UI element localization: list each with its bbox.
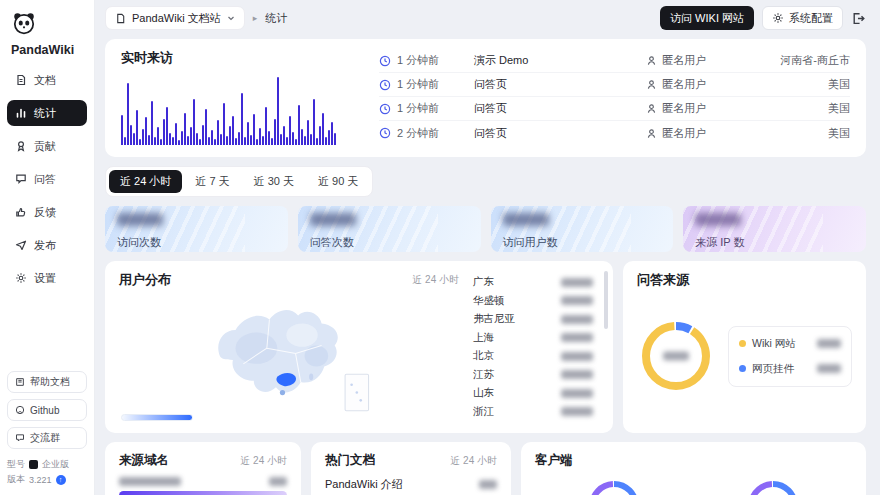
- chart-bar: [172, 137, 174, 145]
- github-link[interactable]: Github: [7, 399, 87, 421]
- map-header: 用户分布 近 24 小时: [119, 271, 459, 289]
- sidebar-item-publish[interactable]: 发布: [7, 232, 87, 258]
- chart-bar: [145, 117, 147, 145]
- system-config-button[interactable]: 系统配置: [762, 6, 843, 30]
- source-domains-header: 来源域名 近 24 小时: [119, 452, 287, 469]
- qa-legend: Wiki 网站 网页挂件: [728, 326, 852, 387]
- site-selector-label: PandaWiki 文档站: [132, 11, 221, 26]
- chart-bar: [319, 126, 321, 145]
- chart-bar: [262, 136, 264, 145]
- clock-icon: [379, 79, 391, 91]
- version-label: 版本: [7, 473, 25, 486]
- logout-icon[interactable]: [851, 11, 866, 26]
- sidebar-item-feedback[interactable]: 反馈: [7, 199, 87, 225]
- realtime-entry-row: 1 分钟前 问答页 匿名用户 美国: [379, 73, 850, 97]
- stat-label: 来源 IP 数: [695, 235, 854, 250]
- chart-bar: [154, 137, 156, 145]
- chart-bar: [292, 132, 294, 145]
- source-domains-title: 来源域名: [119, 452, 169, 469]
- hot-doc-row: PandaWiki 介绍: [325, 477, 497, 492]
- stat-card-qa: 问答次数: [298, 206, 481, 252]
- sidebar-item-qa[interactable]: 问答: [7, 166, 87, 192]
- document-icon: [15, 74, 27, 86]
- entry-page: 问答页: [474, 126, 646, 141]
- chart-bar: [214, 139, 216, 145]
- site-selector[interactable]: PandaWiki 文档站: [105, 6, 245, 30]
- chart-bar: [202, 125, 204, 145]
- time-range-tab[interactable]: 近 90 天: [307, 170, 369, 193]
- stats-icon: [15, 107, 27, 119]
- qa-sources-body: Wiki 网站 网页挂件: [637, 289, 852, 423]
- time-range-tab[interactable]: 近 30 天: [243, 170, 305, 193]
- chart-bar: [274, 119, 276, 145]
- chart-bar: [169, 133, 171, 145]
- chart-bar: [235, 138, 237, 145]
- entry-location: 河南省-商丘市: [738, 53, 850, 68]
- region-row: 弗吉尼亚: [473, 310, 593, 329]
- legend-dot: [739, 340, 746, 347]
- sidebar-item-label: 问答: [34, 172, 56, 187]
- person-icon: [646, 128, 657, 139]
- realtime-bar-chart: [121, 75, 349, 145]
- region-name: 山东: [473, 386, 494, 400]
- clock-icon: [379, 55, 391, 67]
- entry-time: 1 分钟前: [379, 101, 474, 116]
- chart-bar: [223, 103, 225, 145]
- client-donut-svg: [744, 477, 802, 495]
- chart-bar: [286, 137, 288, 145]
- region-row: 上海: [473, 329, 593, 348]
- region-row: 华盛顿: [473, 292, 593, 311]
- map-column: 用户分布 近 24 小时: [119, 271, 459, 423]
- stat-label: 问答次数: [310, 235, 469, 250]
- domain-row: [119, 477, 287, 486]
- sidebar-item-label: 反馈: [34, 205, 56, 220]
- redacted-value: [310, 213, 356, 226]
- redacted-value: [817, 364, 841, 373]
- region-list-scrollbar[interactable]: [604, 271, 608, 329]
- chart-bar: [178, 140, 180, 145]
- chat-group-link[interactable]: 交流群: [7, 427, 87, 449]
- sidebar-item-contrib[interactable]: 贡献: [7, 133, 87, 159]
- sidebar-item-stats[interactable]: 统计: [7, 100, 87, 126]
- distribution-period: 近 24 小时: [412, 273, 459, 287]
- chart-bar: [232, 116, 234, 145]
- sidebar-item-settings[interactable]: 设置: [7, 265, 87, 291]
- sidebar-item-docs[interactable]: 文档: [7, 67, 87, 93]
- chart-bar: [148, 135, 150, 145]
- legend-label: 网页挂件: [752, 362, 794, 376]
- chart-bar: [331, 122, 333, 145]
- sidebar-item-label: 设置: [34, 271, 56, 286]
- clock-icon: [379, 127, 391, 139]
- chart-bar: [301, 129, 303, 145]
- clients-card: 客户端: [521, 442, 866, 495]
- entry-location: 美国: [738, 101, 850, 116]
- chart-bar: [181, 131, 183, 145]
- chart-bar: [193, 99, 195, 145]
- redacted-value: [561, 278, 593, 287]
- map-color-legend: [121, 414, 193, 421]
- help-docs-link[interactable]: 帮助文档: [7, 371, 87, 393]
- edition-row: 型号 企业版: [7, 457, 87, 472]
- middle-row: 用户分布 近 24 小时: [105, 261, 866, 433]
- time-range-tabs: 近 24 小时近 7 天近 30 天近 90 天: [105, 166, 373, 197]
- chart-bar: [334, 133, 336, 145]
- main-area: PandaWiki 文档站 ▸ 统计 访问 WIKI 网站 系统配置 实时来访: [95, 0, 880, 495]
- edition-icon: [29, 460, 38, 469]
- clients-header: 客户端: [535, 452, 852, 469]
- chart-bar: [220, 134, 222, 145]
- time-range-tab[interactable]: 近 24 小时: [109, 170, 182, 193]
- model-value: 企业版: [42, 458, 69, 471]
- topbar-right: 访问 WIKI 网站 系统配置: [660, 6, 866, 30]
- stat-card-ips: 来源 IP 数: [683, 206, 866, 252]
- region-row: 浙江: [473, 403, 593, 422]
- qa-bubble-icon: [15, 173, 27, 185]
- time-range-tab[interactable]: 近 7 天: [184, 170, 240, 193]
- redacted-value: [663, 352, 689, 361]
- redacted-value: [561, 296, 593, 305]
- visit-wiki-button[interactable]: 访问 WIKI 网站: [660, 6, 754, 30]
- legend-row: 网页挂件: [739, 362, 841, 376]
- redacted-value: [269, 477, 287, 486]
- hot-docs-header: 热门文档 近 24 小时: [325, 452, 497, 469]
- upgrade-icon[interactable]: ↑: [56, 475, 66, 485]
- qa-sources-card: 问答来源 Wiki 网站: [623, 261, 866, 433]
